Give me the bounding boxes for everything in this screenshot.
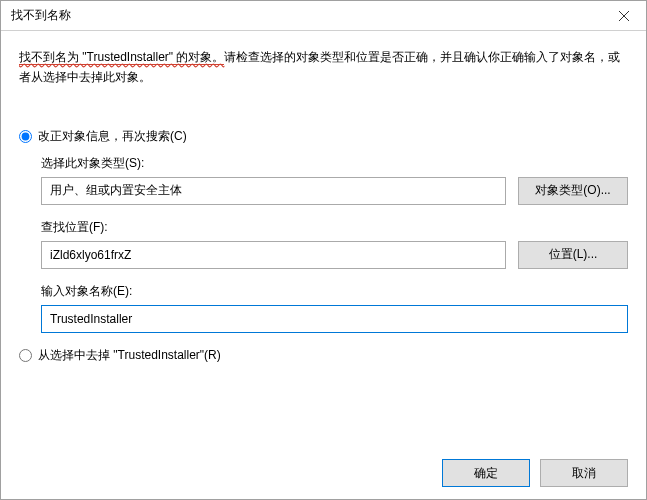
error-highlight: 找不到名为 "TrustedInstaller" 的对象。 — [19, 50, 224, 65]
ok-button[interactable]: 确定 — [442, 459, 530, 487]
dialog-content: 找不到名为 "TrustedInstaller" 的对象。请检查选择的对象类型和… — [1, 31, 646, 499]
radio-remove-label[interactable]: 从选择中去掉 "TrustedInstaller"(R) — [38, 347, 221, 364]
object-name-input[interactable] — [41, 305, 628, 333]
object-type-value: 用户、组或内置安全主体 — [50, 182, 182, 199]
close-button[interactable] — [601, 1, 646, 30]
location-group: 查找位置(F): iZld6xlyo61frxZ 位置(L)... — [41, 219, 628, 269]
name-group: 输入对象名称(E): — [41, 283, 628, 333]
window-title: 找不到名称 — [11, 7, 71, 24]
cancel-button[interactable]: 取消 — [540, 459, 628, 487]
radio-option-remove[interactable]: 从选择中去掉 "TrustedInstaller"(R) — [19, 347, 628, 364]
object-type-group: 选择此对象类型(S): 用户、组或内置安全主体 对象类型(O)... — [41, 155, 628, 205]
error-message: 找不到名为 "TrustedInstaller" 的对象。请检查选择的对象类型和… — [19, 47, 628, 88]
titlebar: 找不到名称 — [1, 1, 646, 31]
correct-fields: 选择此对象类型(S): 用户、组或内置安全主体 对象类型(O)... 查找位置(… — [19, 155, 628, 333]
radio-group: 改正对象信息，再次搜索(C) 选择此对象类型(S): 用户、组或内置安全主体 对… — [19, 128, 628, 374]
dialog-window: 找不到名称 找不到名为 "TrustedInstaller" 的对象。请检查选择… — [0, 0, 647, 500]
close-icon — [619, 11, 629, 21]
object-types-button[interactable]: 对象类型(O)... — [518, 177, 628, 205]
name-label: 输入对象名称(E): — [41, 283, 628, 300]
location-display: iZld6xlyo61frxZ — [41, 241, 506, 269]
radio-option-correct[interactable]: 改正对象信息，再次搜索(C) — [19, 128, 628, 145]
button-bar: 确定 取消 — [19, 447, 628, 487]
locations-button[interactable]: 位置(L)... — [518, 241, 628, 269]
radio-remove-input[interactable] — [19, 349, 32, 362]
radio-correct-input[interactable] — [19, 130, 32, 143]
object-type-label: 选择此对象类型(S): — [41, 155, 628, 172]
location-label: 查找位置(F): — [41, 219, 628, 236]
location-value: iZld6xlyo61frxZ — [50, 248, 131, 262]
radio-correct-label[interactable]: 改正对象信息，再次搜索(C) — [38, 128, 187, 145]
object-type-display: 用户、组或内置安全主体 — [41, 177, 506, 205]
spacer — [19, 382, 628, 447]
